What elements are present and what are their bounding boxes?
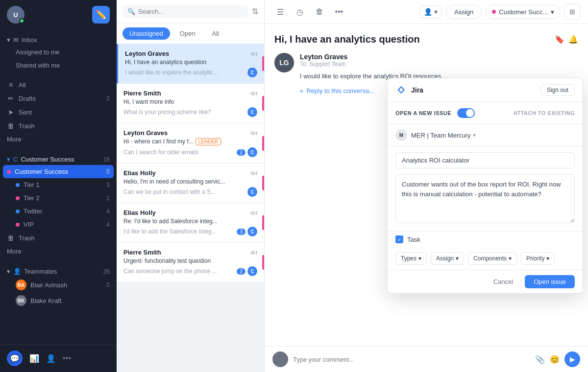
conversation-item[interactable]: Elias Holly 4H Re: I'd like to add Sales…: [117, 203, 264, 243]
tab-all[interactable]: All: [205, 27, 225, 40]
jira-task-row: ✓ Task: [388, 231, 583, 247]
send-button[interactable]: ▶: [564, 351, 580, 367]
comment-input[interactable]: [293, 356, 530, 363]
sidebar-item-vip[interactable]: VIP 4: [0, 218, 117, 231]
sidebar-item-customer-success[interactable]: Customer Success 5: [3, 165, 114, 178]
sidebar-item-trash2[interactable]: 🗑 Trash: [0, 231, 117, 245]
assign-dropdown[interactable]: Assign ▾: [431, 252, 464, 265]
comment-box: 📎 😊 ▶: [265, 346, 588, 372]
sidebar-header: U ✏️: [0, 0, 117, 29]
chevron-down-icon: ▾: [7, 36, 10, 44]
bell-icon[interactable]: 🔔: [568, 35, 578, 44]
teammate-blake[interactable]: BK Blake Kraft: [0, 293, 117, 308]
pink-indicator: [262, 215, 264, 230]
bookmark-icon[interactable]: 🔖: [555, 35, 564, 44]
priority-label: Priority: [526, 255, 544, 262]
sidebar-item-all[interactable]: ≡ All: [0, 78, 117, 92]
conv-subject: Hello, I'm in need of consulting servic.…: [123, 178, 257, 185]
sidebar-item-shared-with-me[interactable]: Shared with me: [0, 59, 117, 72]
conv-avatar: C: [247, 187, 257, 197]
conversation-item[interactable]: Leyton Graves 4H Hi - where can I find m…: [117, 123, 264, 163]
open-issue-button[interactable]: Open issue: [525, 275, 575, 288]
sidebar-item-sent[interactable]: ➤ Sent: [0, 105, 117, 119]
main-toolbar: ☰ ◷ 🗑 ••• 👤 ▾ Assign Customer Succ... ▾ …: [265, 0, 588, 24]
types-dropdown[interactable]: Types ▾: [395, 252, 427, 265]
vip-count: 4: [106, 221, 110, 228]
more-toolbar-icon[interactable]: •••: [331, 4, 347, 20]
attachment-icon[interactable]: 📎: [535, 355, 545, 364]
trash-icon: 🗑: [7, 122, 15, 130]
conversation-item[interactable]: Pierre Smith 4H Hi, I want more info Wha…: [117, 84, 264, 123]
assign-button[interactable]: Assign: [446, 5, 482, 19]
analytics-icon[interactable]: 📊: [29, 354, 39, 363]
inbox-toolbar-icon[interactable]: ☰: [272, 4, 288, 20]
tab-unassigned[interactable]: Unassigned: [122, 27, 170, 40]
sidebar-item-more2[interactable]: More: [0, 245, 117, 258]
sort-icon[interactable]: ⇅: [252, 7, 258, 16]
trash2-icon: 🗑: [7, 234, 15, 242]
components-dropdown[interactable]: Components ▾: [468, 252, 517, 265]
chevron-team: ▾: [551, 8, 554, 16]
clock-toolbar-icon[interactable]: ◷: [292, 4, 308, 20]
sidebar-item-assigned-to-me[interactable]: Assigned to me: [0, 46, 117, 59]
main-panel: ☰ ◷ 🗑 ••• 👤 ▾ Assign Customer Succ... ▾ …: [265, 0, 588, 372]
sidebar-item-twitter[interactable]: Twitter 4: [0, 205, 117, 218]
trash-toolbar-icon[interactable]: 🗑: [312, 4, 327, 20]
jira-signout-button[interactable]: Sign out: [540, 84, 575, 96]
conv-avatar: C: [247, 227, 257, 236]
team-button[interactable]: Customer Succ... ▾: [486, 5, 561, 19]
settings-icon[interactable]: •••: [63, 354, 71, 363]
blair-name: Blair Avinash: [30, 281, 67, 289]
user-avatar[interactable]: U: [7, 6, 24, 23]
conversation-item[interactable]: Pierre Smith 4H Urgent- functionality te…: [117, 243, 264, 282]
blake-name: Blake Kraft: [30, 297, 62, 304]
team-label: Customer Succ...: [499, 8, 548, 16]
task-checkbox[interactable]: ✓: [395, 235, 403, 243]
conv-name: Leyton Graves: [123, 129, 168, 137]
open-new-issue-toggle[interactable]: [457, 108, 475, 118]
sidebar: U ✏️ ▾ ✉ Inbox Assigned to me Shared wit…: [0, 0, 117, 372]
chat-button[interactable]: 💬: [7, 350, 23, 366]
trash2-label: Trash: [19, 234, 35, 242]
expand-button[interactable]: ⊞: [564, 4, 580, 20]
conversation-item[interactable]: Elias Holly 4H Hello, I'm in need of con…: [117, 163, 264, 203]
teammate-blair[interactable]: BA Blair Avinash 2: [0, 277, 117, 293]
customer-success-header[interactable]: ▾ C Customer Success 18: [0, 152, 117, 165]
jira-title: Jira: [411, 86, 423, 94]
sidebar-item-trash[interactable]: 🗑 Trash: [0, 119, 117, 133]
jira-issue-description[interactable]: Customer wants out of the box report for…: [395, 174, 575, 223]
jira-actions: Cancel Open issue: [388, 270, 583, 293]
pink-indicator: [262, 136, 264, 151]
sidebar-item-tier1[interactable]: Tier 1 3: [0, 178, 117, 191]
conv-subject: Hi, I have an analytics question: [125, 59, 257, 66]
conv-preview: I would like to explore the analytic...: [125, 69, 218, 76]
search-input[interactable]: [138, 8, 243, 15]
tab-open[interactable]: Open: [173, 27, 202, 40]
profile-icon[interactable]: 👤: [46, 354, 56, 363]
message-area: Hi, I have an analytics question 🔖 🔔 LG …: [265, 24, 588, 346]
conversation-list: Leyton Graves 4H Hi, I have an analytics…: [117, 44, 264, 372]
emoji-icon[interactable]: 😊: [550, 355, 560, 364]
priority-dropdown[interactable]: Priority ▾: [521, 252, 555, 265]
agents-button[interactable]: 👤 ▾: [419, 5, 442, 18]
sidebar-item-drafts[interactable]: ✏ Drafts 2: [0, 92, 117, 105]
teammates-header[interactable]: ▾ 👤 Teammates 28: [0, 264, 117, 277]
conv-subject: Hi, I want more info: [123, 98, 257, 105]
conv-time: 4H: [250, 91, 257, 96]
sender-avatar: LG: [274, 53, 294, 72]
nav-section: ≡ All ✏ Drafts 2 ➤ Sent 🗑 Trash More: [0, 75, 117, 149]
sidebar-item-more[interactable]: More: [0, 133, 117, 146]
conversation-item[interactable]: Leyton Graves 4H Hi, I have an analytics…: [117, 44, 264, 84]
message-title-text: Hi, I have an analytics question: [274, 34, 420, 45]
tier2-label: Tier 2: [24, 194, 40, 202]
inbox-header[interactable]: ▾ ✉ Inbox: [0, 32, 117, 46]
conv-time: 4H: [250, 250, 257, 256]
tier2-count: 2: [106, 195, 110, 202]
cancel-button[interactable]: Cancel: [487, 275, 520, 288]
compose-button[interactable]: ✏️: [92, 6, 110, 23]
jira-team-chevron[interactable]: ▾: [473, 132, 476, 139]
jira-panel: Jira Sign out OPEN A NEW ISSUE ATTACH TO…: [387, 78, 583, 294]
sidebar-item-tier2[interactable]: Tier 2 2: [0, 191, 117, 205]
jira-issue-title[interactable]: [395, 152, 575, 168]
twitter-label: Twitter: [24, 208, 42, 215]
